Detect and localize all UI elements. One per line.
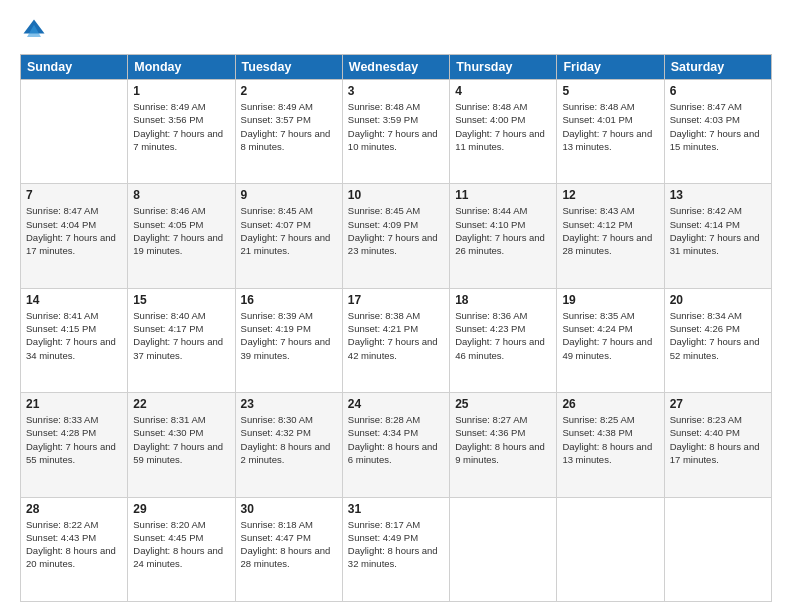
day-number: 10 bbox=[348, 188, 444, 202]
calendar-day-cell: 13Sunrise: 8:42 AMSunset: 4:14 PMDayligh… bbox=[664, 184, 771, 288]
day-number: 26 bbox=[562, 397, 658, 411]
calendar-day-cell: 21Sunrise: 8:33 AMSunset: 4:28 PMDayligh… bbox=[21, 393, 128, 497]
day-info: Sunrise: 8:17 AMSunset: 4:49 PMDaylight:… bbox=[348, 518, 444, 571]
calendar-day-cell: 19Sunrise: 8:35 AMSunset: 4:24 PMDayligh… bbox=[557, 288, 664, 392]
day-info: Sunrise: 8:27 AMSunset: 4:36 PMDaylight:… bbox=[455, 413, 551, 466]
calendar-day-cell: 23Sunrise: 8:30 AMSunset: 4:32 PMDayligh… bbox=[235, 393, 342, 497]
day-info: Sunrise: 8:28 AMSunset: 4:34 PMDaylight:… bbox=[348, 413, 444, 466]
col-header-tuesday: Tuesday bbox=[235, 55, 342, 80]
day-info: Sunrise: 8:31 AMSunset: 4:30 PMDaylight:… bbox=[133, 413, 229, 466]
calendar-day-cell: 31Sunrise: 8:17 AMSunset: 4:49 PMDayligh… bbox=[342, 497, 449, 601]
col-header-saturday: Saturday bbox=[664, 55, 771, 80]
day-number: 8 bbox=[133, 188, 229, 202]
calendar-day-cell: 27Sunrise: 8:23 AMSunset: 4:40 PMDayligh… bbox=[664, 393, 771, 497]
day-info: Sunrise: 8:43 AMSunset: 4:12 PMDaylight:… bbox=[562, 204, 658, 257]
col-header-wednesday: Wednesday bbox=[342, 55, 449, 80]
day-number: 31 bbox=[348, 502, 444, 516]
calendar-day-cell: 28Sunrise: 8:22 AMSunset: 4:43 PMDayligh… bbox=[21, 497, 128, 601]
day-info: Sunrise: 8:42 AMSunset: 4:14 PMDaylight:… bbox=[670, 204, 766, 257]
day-number: 24 bbox=[348, 397, 444, 411]
calendar-day-cell: 8Sunrise: 8:46 AMSunset: 4:05 PMDaylight… bbox=[128, 184, 235, 288]
day-number: 2 bbox=[241, 84, 337, 98]
day-info: Sunrise: 8:45 AMSunset: 4:09 PMDaylight:… bbox=[348, 204, 444, 257]
day-info: Sunrise: 8:23 AMSunset: 4:40 PMDaylight:… bbox=[670, 413, 766, 466]
calendar-week-row: 28Sunrise: 8:22 AMSunset: 4:43 PMDayligh… bbox=[21, 497, 772, 601]
header bbox=[20, 16, 772, 44]
col-header-thursday: Thursday bbox=[450, 55, 557, 80]
day-info: Sunrise: 8:48 AMSunset: 4:01 PMDaylight:… bbox=[562, 100, 658, 153]
day-number: 1 bbox=[133, 84, 229, 98]
calendar-day-cell: 20Sunrise: 8:34 AMSunset: 4:26 PMDayligh… bbox=[664, 288, 771, 392]
day-info: Sunrise: 8:39 AMSunset: 4:19 PMDaylight:… bbox=[241, 309, 337, 362]
day-number: 3 bbox=[348, 84, 444, 98]
calendar-day-cell: 14Sunrise: 8:41 AMSunset: 4:15 PMDayligh… bbox=[21, 288, 128, 392]
day-info: Sunrise: 8:49 AMSunset: 3:57 PMDaylight:… bbox=[241, 100, 337, 153]
day-info: Sunrise: 8:38 AMSunset: 4:21 PMDaylight:… bbox=[348, 309, 444, 362]
calendar-table: SundayMondayTuesdayWednesdayThursdayFrid… bbox=[20, 54, 772, 602]
calendar-day-cell: 3Sunrise: 8:48 AMSunset: 3:59 PMDaylight… bbox=[342, 80, 449, 184]
day-number: 18 bbox=[455, 293, 551, 307]
day-info: Sunrise: 8:34 AMSunset: 4:26 PMDaylight:… bbox=[670, 309, 766, 362]
day-number: 15 bbox=[133, 293, 229, 307]
day-number: 25 bbox=[455, 397, 551, 411]
day-number: 29 bbox=[133, 502, 229, 516]
day-number: 11 bbox=[455, 188, 551, 202]
day-info: Sunrise: 8:36 AMSunset: 4:23 PMDaylight:… bbox=[455, 309, 551, 362]
day-info: Sunrise: 8:48 AMSunset: 4:00 PMDaylight:… bbox=[455, 100, 551, 153]
calendar-day-cell: 17Sunrise: 8:38 AMSunset: 4:21 PMDayligh… bbox=[342, 288, 449, 392]
day-number: 12 bbox=[562, 188, 658, 202]
day-info: Sunrise: 8:18 AMSunset: 4:47 PMDaylight:… bbox=[241, 518, 337, 571]
day-info: Sunrise: 8:20 AMSunset: 4:45 PMDaylight:… bbox=[133, 518, 229, 571]
calendar-day-cell: 1Sunrise: 8:49 AMSunset: 3:56 PMDaylight… bbox=[128, 80, 235, 184]
calendar-day-cell bbox=[450, 497, 557, 601]
day-info: Sunrise: 8:47 AMSunset: 4:03 PMDaylight:… bbox=[670, 100, 766, 153]
day-number: 16 bbox=[241, 293, 337, 307]
day-info: Sunrise: 8:22 AMSunset: 4:43 PMDaylight:… bbox=[26, 518, 122, 571]
calendar-day-cell bbox=[21, 80, 128, 184]
calendar-day-cell: 11Sunrise: 8:44 AMSunset: 4:10 PMDayligh… bbox=[450, 184, 557, 288]
calendar-day-cell: 29Sunrise: 8:20 AMSunset: 4:45 PMDayligh… bbox=[128, 497, 235, 601]
calendar-day-cell: 30Sunrise: 8:18 AMSunset: 4:47 PMDayligh… bbox=[235, 497, 342, 601]
day-number: 19 bbox=[562, 293, 658, 307]
calendar-day-cell: 25Sunrise: 8:27 AMSunset: 4:36 PMDayligh… bbox=[450, 393, 557, 497]
calendar-day-cell: 24Sunrise: 8:28 AMSunset: 4:34 PMDayligh… bbox=[342, 393, 449, 497]
day-info: Sunrise: 8:41 AMSunset: 4:15 PMDaylight:… bbox=[26, 309, 122, 362]
day-number: 17 bbox=[348, 293, 444, 307]
calendar-day-cell: 5Sunrise: 8:48 AMSunset: 4:01 PMDaylight… bbox=[557, 80, 664, 184]
col-header-monday: Monday bbox=[128, 55, 235, 80]
day-number: 14 bbox=[26, 293, 122, 307]
calendar-week-row: 1Sunrise: 8:49 AMSunset: 3:56 PMDaylight… bbox=[21, 80, 772, 184]
day-info: Sunrise: 8:35 AMSunset: 4:24 PMDaylight:… bbox=[562, 309, 658, 362]
day-number: 4 bbox=[455, 84, 551, 98]
calendar-day-cell: 26Sunrise: 8:25 AMSunset: 4:38 PMDayligh… bbox=[557, 393, 664, 497]
day-info: Sunrise: 8:45 AMSunset: 4:07 PMDaylight:… bbox=[241, 204, 337, 257]
day-number: 20 bbox=[670, 293, 766, 307]
day-number: 22 bbox=[133, 397, 229, 411]
day-info: Sunrise: 8:44 AMSunset: 4:10 PMDaylight:… bbox=[455, 204, 551, 257]
day-info: Sunrise: 8:46 AMSunset: 4:05 PMDaylight:… bbox=[133, 204, 229, 257]
calendar-day-cell: 9Sunrise: 8:45 AMSunset: 4:07 PMDaylight… bbox=[235, 184, 342, 288]
calendar-day-cell: 16Sunrise: 8:39 AMSunset: 4:19 PMDayligh… bbox=[235, 288, 342, 392]
day-number: 5 bbox=[562, 84, 658, 98]
logo bbox=[20, 16, 52, 44]
calendar-day-cell: 22Sunrise: 8:31 AMSunset: 4:30 PMDayligh… bbox=[128, 393, 235, 497]
calendar-day-cell: 6Sunrise: 8:47 AMSunset: 4:03 PMDaylight… bbox=[664, 80, 771, 184]
col-header-sunday: Sunday bbox=[21, 55, 128, 80]
calendar-day-cell: 18Sunrise: 8:36 AMSunset: 4:23 PMDayligh… bbox=[450, 288, 557, 392]
day-info: Sunrise: 8:33 AMSunset: 4:28 PMDaylight:… bbox=[26, 413, 122, 466]
day-number: 23 bbox=[241, 397, 337, 411]
col-header-friday: Friday bbox=[557, 55, 664, 80]
calendar-day-cell bbox=[664, 497, 771, 601]
day-info: Sunrise: 8:25 AMSunset: 4:38 PMDaylight:… bbox=[562, 413, 658, 466]
day-number: 7 bbox=[26, 188, 122, 202]
page: SundayMondayTuesdayWednesdayThursdayFrid… bbox=[0, 0, 792, 612]
calendar-day-cell bbox=[557, 497, 664, 601]
logo-icon bbox=[20, 16, 48, 44]
day-number: 21 bbox=[26, 397, 122, 411]
calendar-day-cell: 2Sunrise: 8:49 AMSunset: 3:57 PMDaylight… bbox=[235, 80, 342, 184]
day-number: 28 bbox=[26, 502, 122, 516]
calendar-week-row: 7Sunrise: 8:47 AMSunset: 4:04 PMDaylight… bbox=[21, 184, 772, 288]
day-info: Sunrise: 8:49 AMSunset: 3:56 PMDaylight:… bbox=[133, 100, 229, 153]
day-info: Sunrise: 8:48 AMSunset: 3:59 PMDaylight:… bbox=[348, 100, 444, 153]
day-info: Sunrise: 8:30 AMSunset: 4:32 PMDaylight:… bbox=[241, 413, 337, 466]
